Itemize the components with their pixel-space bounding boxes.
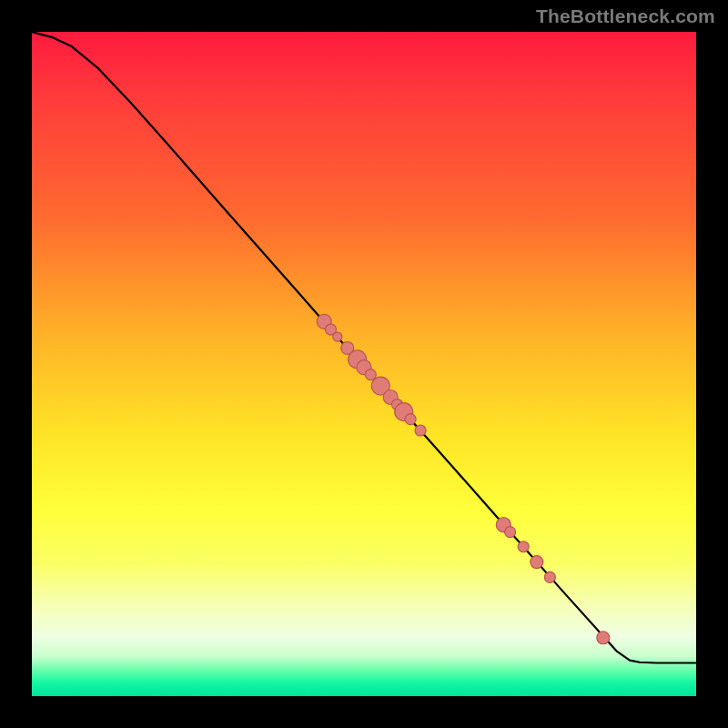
data-point — [531, 556, 543, 569]
plot-svg — [32, 32, 696, 696]
data-point — [405, 414, 416, 425]
data-point — [597, 632, 610, 644]
data-point — [518, 541, 529, 552]
data-point — [544, 571, 555, 582]
data-point — [415, 425, 426, 436]
plot-area — [32, 32, 696, 696]
chart-stage: TheBottleneck.com — [0, 0, 728, 728]
data-point — [365, 369, 376, 380]
curve-line — [32, 32, 696, 663]
watermark-text: TheBottleneck.com — [536, 5, 715, 27]
data-point — [505, 527, 516, 538]
data-point — [333, 332, 342, 341]
